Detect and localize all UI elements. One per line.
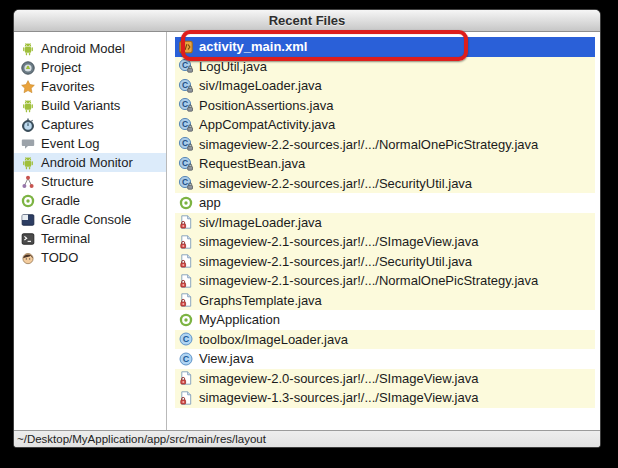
file-row-label: MyApplication bbox=[199, 312, 280, 327]
structure-icon bbox=[20, 174, 36, 190]
status-bar: ~/Desktop/MyApplication/app/src/main/res… bbox=[14, 430, 600, 447]
speech-bubble-icon bbox=[20, 136, 36, 152]
class-lock-icon: C bbox=[178, 97, 194, 113]
gradle-icon bbox=[20, 193, 36, 209]
file-row-label: AppCompatActivity.java bbox=[199, 117, 335, 132]
file-lock-icon bbox=[178, 234, 194, 250]
class-lock-icon: C bbox=[178, 136, 194, 152]
file-row[interactable]: siv/ImageLoader.java bbox=[175, 213, 595, 233]
sidebar-item-project[interactable]: Project bbox=[14, 58, 166, 77]
file-row-label: siv/ImageLoader.java bbox=[199, 215, 322, 230]
class-plain-icon: C bbox=[178, 351, 194, 367]
file-row[interactable]: CLogUtil.java bbox=[175, 57, 595, 77]
class-lock-icon: C bbox=[178, 78, 194, 94]
sidebar-item-label: Android Model bbox=[41, 41, 125, 56]
class-plain-icon: C bbox=[178, 331, 194, 347]
file-row-label: GraphsTemplate.java bbox=[199, 293, 322, 308]
tool-windows-list: Android ModelProjectFavoritesBuild Varia… bbox=[14, 32, 166, 430]
svg-text:C: C bbox=[182, 60, 188, 70]
android-icon bbox=[20, 155, 36, 171]
sidebar-item-structure[interactable]: Structure bbox=[14, 172, 166, 191]
file-row[interactable]: simageview-2.0-sources.jar!/.../SImageVi… bbox=[175, 369, 595, 389]
file-row-label: simageview-2.2-sources.jar!/.../NormalOn… bbox=[199, 137, 538, 152]
sidebar-item-label: Captures bbox=[41, 117, 94, 132]
file-row-label: RequestBean.java bbox=[199, 156, 305, 171]
sidebar-item-gradle[interactable]: Gradle bbox=[14, 191, 166, 210]
class-lock-icon: C bbox=[178, 175, 194, 191]
sidebar-item-terminal[interactable]: Terminal bbox=[14, 229, 166, 248]
project-icon bbox=[20, 60, 36, 76]
svg-text:C: C bbox=[182, 138, 188, 148]
file-lock-icon bbox=[178, 273, 194, 289]
file-row[interactable]: simageview-2.1-sources.jar!/.../SImageVi… bbox=[175, 232, 595, 252]
svg-text:C: C bbox=[182, 99, 188, 109]
file-row[interactable]: Csiv/ImageLoader.java bbox=[175, 76, 595, 96]
file-row-label: simageview-2.1-sources.jar!/.../NormalOn… bbox=[199, 273, 538, 288]
sidebar-item-gradle-console[interactable]: Gradle Console bbox=[14, 210, 166, 229]
popup-titlebar: Recent Files bbox=[14, 10, 600, 32]
sidebar-item-label: Project bbox=[41, 60, 81, 75]
sidebar-item-label: Event Log bbox=[41, 136, 100, 151]
file-row[interactable]: CRequestBean.java bbox=[175, 154, 595, 174]
class-lock-icon: C bbox=[178, 58, 194, 74]
sidebar-item-label: Favorites bbox=[41, 79, 94, 94]
terminal-icon bbox=[20, 231, 36, 247]
star-icon bbox=[20, 79, 36, 95]
file-row-label: toolbox/ImageLoader.java bbox=[199, 332, 348, 347]
sidebar-item-event-log[interactable]: Event Log bbox=[14, 134, 166, 153]
file-row-label: simageview-2.0-sources.jar!/.../SImageVi… bbox=[199, 371, 478, 386]
file-row-label: View.java bbox=[199, 351, 254, 366]
file-row-label: simageview-2.1-sources.jar!/.../SImageVi… bbox=[199, 234, 478, 249]
sidebar-item-favorites[interactable]: Favorites bbox=[14, 77, 166, 96]
file-row[interactable]: CView.java bbox=[175, 349, 595, 369]
sidebar-item-android-monitor[interactable]: Android Monitor bbox=[14, 153, 166, 172]
file-row[interactable]: CAppCompatActivity.java bbox=[175, 115, 595, 135]
sidebar-item-label: Structure bbox=[41, 174, 94, 189]
file-row[interactable]: Csimageview-2.2-sources.jar!/.../NormalO… bbox=[175, 135, 595, 155]
file-row[interactable]: GraphsTemplate.java bbox=[175, 291, 595, 311]
file-row[interactable]: Ctoolbox/ImageLoader.java bbox=[175, 330, 595, 350]
file-row[interactable]: simageview-2.1-sources.jar!/.../NormalOn… bbox=[175, 271, 595, 291]
file-row-label: PositionAssertions.java bbox=[199, 98, 333, 113]
file-row-label: simageview-2.1-sources.jar!/.../Security… bbox=[199, 254, 472, 269]
file-lock-icon bbox=[178, 253, 194, 269]
file-row[interactable]: activity_main.xml bbox=[175, 37, 595, 57]
recent-files-list: activity_main.xmlCLogUtil.javaCsiv/Image… bbox=[167, 32, 600, 430]
file-row[interactable]: CPositionAssertions.java bbox=[175, 96, 595, 116]
file-row[interactable]: simageview-2.1-sources.jar!/.../Security… bbox=[175, 252, 595, 272]
svg-text:C: C bbox=[182, 177, 188, 187]
sidebar-item-label: Build Variants bbox=[41, 98, 120, 113]
sidebar-item-todo[interactable]: TODO bbox=[14, 248, 166, 267]
stopwatch-icon bbox=[20, 117, 36, 133]
file-row[interactable]: app bbox=[175, 193, 595, 213]
file-lock-icon bbox=[178, 214, 194, 230]
file-row-label: siv/ImageLoader.java bbox=[199, 78, 322, 93]
file-row-label: LogUtil.java bbox=[199, 59, 267, 74]
file-lock-icon bbox=[178, 390, 194, 406]
popup-title: Recent Files bbox=[269, 13, 346, 28]
file-row[interactable]: simageview-1.3-sources.jar!/.../SImageVi… bbox=[175, 388, 595, 408]
gradle-icon bbox=[178, 312, 194, 328]
file-lock-icon bbox=[178, 370, 194, 386]
file-row-label: simageview-1.3-sources.jar!/.../SImageVi… bbox=[199, 390, 478, 405]
svg-text:C: C bbox=[183, 334, 190, 344]
svg-text:C: C bbox=[183, 354, 190, 364]
sidebar-item-label: Android Monitor bbox=[41, 155, 133, 170]
sidebar-item-captures[interactable]: Captures bbox=[14, 115, 166, 134]
svg-text:C: C bbox=[182, 158, 188, 168]
sidebar-item-label: Gradle Console bbox=[41, 212, 131, 227]
xml-layout-icon bbox=[178, 39, 194, 55]
popup-body: Android ModelProjectFavoritesBuild Varia… bbox=[14, 32, 600, 430]
svg-text:C: C bbox=[182, 80, 188, 90]
sidebar-item-android-model[interactable]: Android Model bbox=[14, 39, 166, 58]
android-icon bbox=[20, 41, 36, 57]
file-row-label: simageview-2.2-sources.jar!/.../Security… bbox=[199, 176, 472, 191]
todo-icon bbox=[20, 250, 36, 266]
svg-text:C: C bbox=[182, 119, 188, 129]
file-lock-icon bbox=[178, 292, 194, 308]
file-row[interactable]: Csimageview-2.2-sources.jar!/.../Securit… bbox=[175, 174, 595, 194]
sidebar-item-build-variants[interactable]: Build Variants bbox=[14, 96, 166, 115]
file-row[interactable]: MyApplication bbox=[175, 310, 595, 330]
gradle-icon bbox=[178, 195, 194, 211]
file-path: ~/Desktop/MyApplication/app/src/main/res… bbox=[17, 433, 266, 445]
